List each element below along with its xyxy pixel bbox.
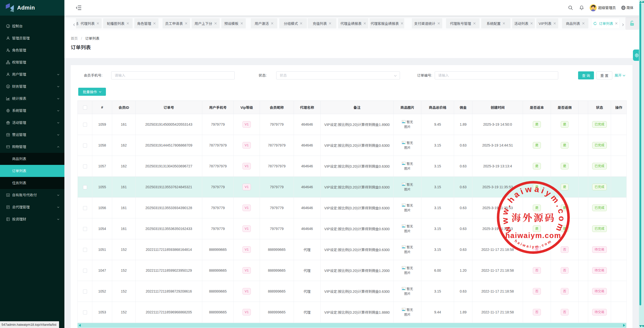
svg-text:海外源码: 海外源码 — [511, 210, 556, 224]
svg-text:haiwaiym.com: haiwaiym.com — [505, 231, 561, 240]
svg-text:haiwaiym.com: haiwaiym.com — [514, 239, 553, 249]
